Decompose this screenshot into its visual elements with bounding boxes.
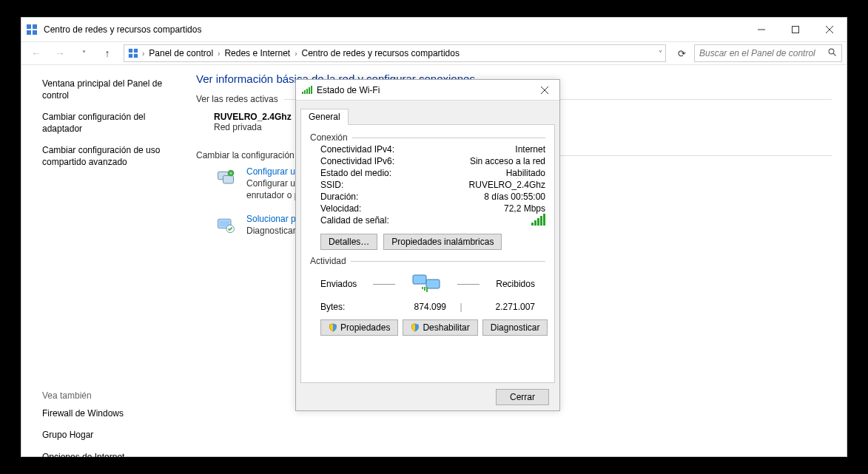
bytes-received-value: 2.271.007 bbox=[476, 302, 535, 312]
svg-rect-10 bbox=[129, 54, 132, 58]
up-button[interactable]: ↑ bbox=[97, 43, 118, 64]
shield-icon bbox=[329, 323, 337, 332]
svg-rect-27 bbox=[426, 287, 428, 292]
close-dialog-button[interactable]: Cerrar bbox=[496, 389, 549, 405]
sidebar-link-inetopts[interactable]: Opciones de Internet bbox=[42, 452, 174, 464]
speed-value: 72,2 Mbps bbox=[504, 203, 545, 214]
svg-rect-25 bbox=[422, 287, 423, 289]
ssid-value: RUVELRO_2.4Ghz bbox=[469, 180, 545, 190]
bytes-label: Bytes: bbox=[320, 302, 387, 312]
change-settings-label: Cambiar la configuración de bbox=[196, 150, 306, 160]
group-connection-label: Conexión bbox=[310, 132, 348, 143]
breadcrumb[interactable]: › Panel de control › Redes e Internet › … bbox=[124, 44, 666, 62]
ipv4-label: Conectividad IPv4: bbox=[320, 144, 515, 155]
recent-button[interactable]: ˅ bbox=[73, 43, 94, 64]
search-icon[interactable] bbox=[828, 48, 837, 59]
troubleshoot-icon bbox=[214, 214, 238, 237]
dialog-title: Estado de Wi-Fi bbox=[317, 85, 536, 95]
shield-icon bbox=[411, 323, 420, 332]
tab-general[interactable]: General bbox=[300, 109, 349, 125]
see-also-header: Vea también bbox=[42, 390, 174, 401]
search-box[interactable] bbox=[694, 44, 842, 62]
ipv6-label: Conectividad IPv6: bbox=[320, 156, 470, 166]
navbar: ← → ˅ ↑ › Panel de control › Redes e Int… bbox=[21, 41, 847, 65]
chevron-down-icon[interactable]: ˅ bbox=[659, 50, 662, 58]
details-button[interactable]: Detalles… bbox=[320, 234, 377, 250]
svg-point-12 bbox=[829, 49, 834, 54]
group-activity-label: Actividad bbox=[310, 256, 346, 266]
svg-rect-11 bbox=[134, 54, 138, 58]
sidebar: Ventana principal del Panel de control C… bbox=[21, 65, 181, 456]
breadcrumb-item[interactable]: Panel de control bbox=[147, 48, 215, 58]
wireless-properties-button[interactable]: Propiedades inalámbricas bbox=[383, 234, 502, 250]
tab-body: Conexión Conectividad IPv4:Internet Cone… bbox=[300, 124, 555, 383]
network-center-icon bbox=[26, 24, 38, 35]
breadcrumb-item[interactable]: Centro de redes y recursos compartidos bbox=[300, 48, 461, 58]
dialog-close-button[interactable] bbox=[536, 84, 554, 96]
wifi-status-dialog: Estado de Wi-Fi General Conexión Conecti… bbox=[295, 79, 560, 411]
svg-rect-23 bbox=[413, 275, 426, 284]
ipv6-value: Sin acceso a la red bbox=[470, 156, 545, 166]
chevron-right-icon: › bbox=[295, 50, 297, 58]
svg-text:+: + bbox=[229, 171, 232, 176]
ssid-label: SSID: bbox=[320, 180, 469, 190]
bytes-sent-value: 874.099 bbox=[387, 302, 446, 312]
properties-button[interactable]: Propiedades bbox=[320, 319, 398, 336]
svg-rect-0 bbox=[27, 24, 31, 29]
sent-label: Enviados bbox=[320, 279, 357, 289]
svg-rect-15 bbox=[223, 176, 234, 184]
duration-label: Duración: bbox=[320, 192, 484, 202]
svg-rect-8 bbox=[129, 49, 132, 53]
chevron-right-icon: › bbox=[142, 50, 144, 58]
svg-rect-2 bbox=[27, 30, 31, 35]
forward-button[interactable]: → bbox=[50, 43, 70, 64]
svg-rect-26 bbox=[424, 287, 425, 291]
speed-label: Velocidad: bbox=[320, 203, 504, 214]
minimize-button[interactable] bbox=[744, 18, 778, 41]
search-input[interactable] bbox=[699, 48, 828, 58]
duration-value: 8 días 00:55:00 bbox=[484, 192, 545, 202]
dialog-titlebar: Estado de Wi-Fi bbox=[296, 80, 559, 101]
active-networks-label: Ver las redes activas bbox=[196, 94, 278, 104]
sidebar-link-homegroup[interactable]: Grupo Hogar bbox=[42, 430, 174, 441]
breadcrumb-item[interactable]: Redes e Internet bbox=[223, 48, 292, 58]
media-state-value: Habilitado bbox=[506, 168, 545, 178]
computers-icon bbox=[411, 272, 441, 296]
chevron-right-icon: › bbox=[218, 50, 220, 58]
sidebar-link-adapter[interactable]: Cambiar configuración del adaptador bbox=[42, 112, 174, 135]
signal-quality-label: Calidad de señal: bbox=[320, 215, 531, 228]
window-title: Centro de redes y recursos compartidos bbox=[44, 24, 744, 35]
signal-bars-icon bbox=[531, 215, 545, 228]
maximize-button[interactable] bbox=[778, 18, 813, 41]
titlebar: Centro de redes y recursos compartidos bbox=[21, 18, 847, 41]
svg-rect-3 bbox=[33, 30, 37, 35]
sidebar-link-firewall[interactable]: Firewall de Windows bbox=[42, 408, 174, 420]
network-type: Red privada bbox=[214, 122, 292, 132]
sidebar-link-home[interactable]: Ventana principal del Panel de control bbox=[42, 78, 174, 101]
setup-connection-icon: + bbox=[214, 166, 238, 190]
sidebar-link-sharing[interactable]: Cambiar configuración de uso compartido … bbox=[42, 145, 174, 168]
svg-rect-9 bbox=[134, 49, 138, 53]
svg-line-13 bbox=[833, 53, 835, 55]
network-name: RUVELRO_2.4Ghz bbox=[214, 112, 292, 122]
back-button[interactable]: ← bbox=[26, 43, 47, 64]
network-center-icon bbox=[127, 47, 139, 59]
close-button[interactable] bbox=[813, 18, 847, 41]
ipv4-value: Internet bbox=[515, 144, 545, 155]
tab-strip: General bbox=[296, 105, 559, 124]
disable-button[interactable]: Deshabilitar bbox=[403, 319, 477, 336]
svg-rect-5 bbox=[793, 27, 799, 33]
media-state-label: Estado del medio: bbox=[320, 168, 506, 178]
wifi-signal-icon bbox=[302, 84, 312, 96]
received-label: Recibidos bbox=[496, 279, 535, 289]
svg-rect-1 bbox=[33, 24, 37, 29]
diagnose-button[interactable]: Diagnosticar bbox=[482, 319, 548, 336]
refresh-button[interactable]: ⟳ bbox=[672, 44, 691, 62]
svg-rect-24 bbox=[426, 280, 440, 288]
